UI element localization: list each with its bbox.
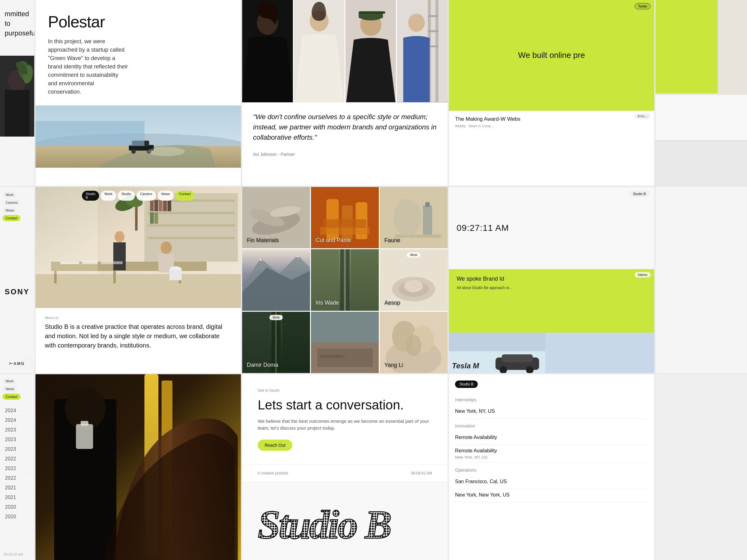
svg-point-30: [408, 14, 425, 32]
faune-label: Faune: [384, 237, 400, 244]
cell-contact: Get in touch Lets start a conversation. …: [242, 374, 447, 560]
portfolio-mountain-2[interactable]: [311, 312, 379, 373]
operations-section: Operations: [455, 468, 648, 473]
nav-pill-work[interactable]: Work: [2, 192, 17, 198]
cell-studio-right: Studio B 09:27:11 AM Interns We spoke Br…: [449, 187, 654, 373]
job-title-5: New York, New York, US: [455, 492, 648, 498]
footer-timestamp: 08:09:42 AM: [411, 471, 432, 475]
cell-r3c1-years: Work News Contact 2024 2024 2023 2023 20…: [0, 374, 34, 560]
year-item-2023a: 2023: [2, 425, 32, 435]
nav-overlay: Studio B Work Studio Careers News Contac…: [82, 191, 194, 201]
aesop-work-badge: Work: [407, 252, 420, 258]
svg-point-58: [114, 231, 125, 242]
green-tile-main: Testte We built online pre: [449, 0, 654, 111]
about-label: About us: [45, 316, 232, 320]
job-item-1[interactable]: New York, NY, US: [455, 405, 648, 419]
svg-rect-118: [655, 187, 747, 373]
svg-rect-2: [5, 90, 30, 137]
portfolio-yang-li[interactable]: Yang Li: [380, 312, 447, 373]
portfolio-mountain[interactable]: [242, 249, 310, 311]
job-title-4: San Francisco, Cal, US: [455, 479, 648, 484]
nav-news[interactable]: News: [157, 191, 174, 201]
nav-pill-contact[interactable]: Contact: [2, 215, 21, 221]
job-title-3: Remote Availability: [455, 448, 648, 454]
svg-rect-103: [320, 355, 345, 358]
contact-footer: A creative practice 08:09:42 AM: [242, 464, 447, 482]
svg-rect-50: [168, 200, 171, 211]
cell-r1c1: mmitted to purposeful,: [0, 0, 34, 186]
time-section: 09:27:11 AM: [449, 187, 654, 269]
landscape-svg: [35, 105, 241, 168]
promo-badge: Testte: [635, 3, 650, 9]
cell-editorial-photo: [35, 374, 241, 560]
portfolio-cut-paste[interactable]: Cut and Paste: [311, 187, 379, 248]
nav-contact-active[interactable]: Contact: [175, 191, 195, 201]
svg-rect-79: [395, 235, 442, 238]
studio-b-text-area: About us Studio B is a creative practice…: [35, 308, 241, 358]
portfolio-aesop[interactable]: Work Aesop: [380, 249, 447, 311]
cell-polestar: Polestar In this project, we were approa…: [35, 0, 241, 186]
svg-rect-74: [320, 227, 370, 235]
svg-point-56: [161, 241, 172, 254]
job-item-5[interactable]: New York, New York, US: [455, 489, 648, 502]
studio-right-badge: Studio B: [629, 191, 650, 197]
svg-rect-33: [655, 95, 747, 140]
svg-rect-138: [655, 374, 747, 560]
nav-r3-contact[interactable]: Contact: [2, 394, 21, 400]
portfolio-fin-materials[interactable]: Fin Materials: [242, 187, 310, 248]
nav-work[interactable]: Work: [101, 191, 116, 201]
svg-rect-28: [428, 30, 439, 32]
spoke-title: We spoke Brand Id: [457, 275, 646, 283]
year-item-2024a: 2024: [2, 406, 32, 416]
portfolio-faune[interactable]: Faune: [380, 187, 447, 248]
job-item-4[interactable]: San Francisco, Cal, US: [455, 476, 648, 489]
svg-rect-123: [81, 421, 88, 426]
studio-office-image: Studio B Work Studio Careers News Contac…: [35, 187, 241, 308]
nav-pills-row3: Work News Contact: [0, 374, 34, 400]
job-location-3: New York, NY, US: [455, 455, 648, 459]
svg-rect-61: [169, 269, 182, 280]
partial-text: mmitted to purposeful,: [0, 0, 34, 47]
nav-pill-news[interactable]: News: [2, 207, 18, 213]
job-item-2[interactable]: Remote Availability: [455, 431, 648, 445]
svg-rect-27: [428, 15, 439, 17]
svg-rect-114: [502, 354, 533, 362]
nav-r3-news[interactable]: News: [2, 386, 18, 392]
sony-logo: SONY: [5, 288, 30, 296]
promo-text: We built online pre: [518, 50, 585, 61]
nav-r3-work[interactable]: Work: [2, 378, 17, 384]
reach-out-button[interactable]: Reach Out: [258, 439, 292, 451]
portfolio-damir-doma[interactable]: Work Damir Doma: [242, 312, 310, 373]
r2c5-content: [655, 187, 747, 373]
nav-studio[interactable]: Studio: [118, 191, 135, 201]
year-item-2021b: 2021: [2, 493, 32, 502]
svg-rect-90: [351, 249, 379, 311]
job-item-3[interactable]: Remote Availability New York, NY, US: [455, 445, 648, 463]
fashion-photos: [242, 0, 447, 102]
fashion-photo-4: [397, 0, 447, 102]
damir-doma-label: Damir Doma: [247, 362, 278, 368]
svg-rect-36: [35, 274, 241, 308]
fashion-photo-2: [294, 0, 344, 102]
year-item-2024b: 2024: [2, 416, 32, 425]
svg-rect-43: [148, 212, 235, 214]
svg-point-94: [404, 280, 423, 292]
nav-careers[interactable]: Careers: [136, 191, 156, 201]
svg-point-13: [148, 147, 185, 156]
nav-pill-careers[interactable]: Careers: [2, 199, 21, 206]
contact-section: Get in touch Lets start a conversation. …: [242, 374, 447, 465]
svg-rect-34: [655, 141, 747, 186]
job-title-2: Remote Availability: [455, 435, 648, 440]
svg-rect-53: [135, 206, 137, 231]
innovation-section: Innovation: [455, 423, 648, 428]
portfolio-iris-wade[interactable]: Iris Wade: [311, 249, 379, 311]
svg-rect-49: [163, 200, 167, 211]
cell-green-promo: Testte We built online pre Anno... The M…: [449, 0, 654, 186]
svg-rect-32: [655, 0, 718, 93]
sony-logo-area: SONY: [2, 226, 32, 357]
green-article: Interns We spoke Brand Id All about Stud…: [449, 269, 654, 332]
office-svg: [35, 187, 241, 308]
article-tile-1: Anno... The Making Award-W Webs Webby · …: [449, 111, 654, 186]
nav-pills-row2: Work Careers News Contact: [2, 192, 32, 221]
fashion-photo-1: [242, 0, 293, 102]
